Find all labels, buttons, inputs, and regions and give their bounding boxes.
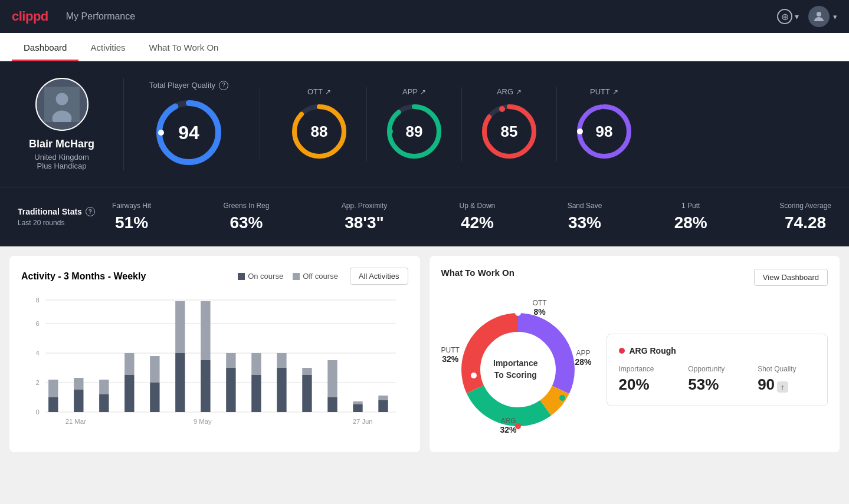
- wtw-title: What To Work On: [441, 268, 514, 278]
- svg-text:6: 6: [35, 320, 39, 327]
- score-app-label: APP ↗: [402, 87, 426, 96]
- info-icon[interactable]: ?: [219, 81, 228, 90]
- svg-text:2: 2: [35, 379, 39, 386]
- wtw-header: What To Work On View Dashboard: [441, 268, 828, 287]
- score-rings: OTT ↗ 88 APP ↗: [260, 87, 831, 161]
- view-dashboard-button[interactable]: View Dashboard: [754, 269, 828, 286]
- score-app-ring: 89: [385, 102, 444, 161]
- trad-stats-label: Traditional Stats ? Last 20 rounds: [18, 207, 112, 227]
- svg-rect-31: [74, 378, 83, 390]
- tab-what-to-work-on[interactable]: What To Work On: [137, 33, 231, 61]
- svg-rect-36: [150, 383, 159, 412]
- wtw-panel: What To Work On View Dashboard: [430, 256, 840, 452]
- svg-rect-41: [201, 301, 210, 360]
- stat-oneputt-label: 1 Putt: [681, 202, 700, 210]
- total-quality: Total Player Quality ? 94: [142, 81, 236, 168]
- legend-on-course-label: On course: [248, 272, 283, 281]
- add-icon: ⊕: [777, 9, 792, 24]
- stat-opportunity-value: 53%: [688, 375, 746, 394]
- avatar-icon: [812, 9, 826, 24]
- stat-updown-value: 42%: [461, 213, 494, 232]
- svg-rect-33: [99, 380, 109, 394]
- trend-icon: ↗: [325, 88, 331, 96]
- add-button[interactable]: ⊕ ▾: [777, 9, 799, 24]
- score-arg-value: 85: [501, 123, 518, 141]
- trend-icon: ↗: [612, 88, 618, 96]
- stat-sandsave-label: Sand Save: [568, 202, 602, 210]
- svg-rect-38: [175, 353, 185, 412]
- stat-greens: Greens In Reg 63%: [223, 202, 269, 232]
- info-icon[interactable]: ?: [86, 207, 95, 216]
- stat-opportunity-label: Opportunity: [688, 365, 746, 373]
- stat-scoring-value: 74.28: [785, 213, 826, 232]
- scores-section: Total Player Quality ? 94 OTT: [124, 81, 831, 168]
- donut-chart: ImportanceTo Scoring OTT 8% APP 28% ARG …: [441, 299, 595, 440]
- bottom-panels: Activity - 3 Months - Weekly On course O…: [0, 246, 849, 462]
- stat-shot-quality-value: 90: [758, 375, 775, 394]
- svg-rect-45: [251, 353, 261, 375]
- legend-off-course-label: Off course: [303, 272, 338, 281]
- info-card-title: ARG Rough: [619, 346, 816, 355]
- svg-point-11: [387, 129, 393, 134]
- total-quality-ring: 94: [153, 97, 224, 168]
- stat-proximity-value: 38'3": [345, 213, 384, 232]
- tab-activities[interactable]: Activities: [78, 33, 137, 61]
- stat-sandsave: Sand Save 33%: [568, 202, 602, 232]
- legend-on-course-color: [238, 273, 245, 280]
- chart-legend: On course Off course: [238, 272, 338, 281]
- svg-rect-28: [48, 397, 58, 412]
- info-card-title-text: ARG Rough: [630, 346, 676, 355]
- stat-sandsave-value: 33%: [568, 213, 601, 232]
- donut-label-arg: ARG 32%: [500, 417, 517, 434]
- stat-proximity-label: App. Proximity: [342, 202, 387, 210]
- svg-text:9 May: 9 May: [194, 418, 212, 425]
- svg-rect-43: [226, 353, 235, 368]
- wtw-content: ImportanceTo Scoring OTT 8% APP 28% ARG …: [441, 299, 828, 440]
- logo: clippd: [12, 9, 48, 24]
- stat-scoring: Scoring Average 74.28: [779, 202, 831, 232]
- svg-rect-48: [302, 375, 312, 412]
- score-putt-label: PUTT ↗: [590, 87, 618, 96]
- svg-text:4: 4: [35, 350, 39, 357]
- all-activities-button[interactable]: All Activities: [350, 268, 408, 285]
- stat-shot-quality: Shot Quality 90 ↑: [758, 365, 815, 394]
- stat-fairways: Fairways Hit 51%: [112, 202, 151, 232]
- score-ott-label: OTT ↗: [307, 87, 331, 96]
- avatar: [808, 6, 830, 27]
- activity-panel: Activity - 3 Months - Weekly On course O…: [9, 256, 420, 452]
- activity-panel-title: Activity - 3 Months - Weekly: [21, 271, 146, 282]
- svg-rect-30: [74, 390, 83, 412]
- svg-point-2: [55, 93, 68, 106]
- svg-rect-55: [378, 396, 388, 400]
- svg-rect-35: [124, 353, 134, 375]
- nav-tabs: Dashboard Activities What To Work On: [0, 33, 849, 61]
- svg-rect-51: [327, 360, 337, 397]
- stat-updown-label: Up & Down: [460, 202, 496, 210]
- svg-point-65: [559, 395, 565, 401]
- legend-off-course: Off course: [293, 272, 338, 281]
- svg-text:8: 8: [35, 297, 39, 304]
- svg-rect-44: [251, 375, 261, 412]
- tab-dashboard[interactable]: Dashboard: [12, 33, 78, 61]
- svg-rect-47: [277, 353, 286, 368]
- traditional-stats: Traditional Stats ? Last 20 rounds Fairw…: [0, 187, 849, 246]
- score-arg: ARG ↗ 85: [462, 87, 557, 161]
- score-putt: PUTT ↗ 98: [557, 87, 651, 161]
- stat-fairways-label: Fairways Hit: [112, 202, 151, 210]
- svg-rect-37: [150, 356, 159, 383]
- svg-rect-52: [353, 404, 362, 412]
- svg-point-14: [499, 106, 505, 112]
- svg-rect-29: [48, 380, 58, 397]
- hero-section: Blair McHarg United Kingdom Plus Handica…: [0, 61, 849, 187]
- stat-importance-value: 20%: [619, 375, 677, 394]
- player-name: Blair McHarg: [29, 138, 94, 150]
- donut-center-text: ImportanceTo Scoring: [493, 358, 537, 381]
- trend-icon: ↗: [420, 88, 426, 96]
- header-title: My Performance: [66, 11, 777, 22]
- player-location: United Kingdom: [34, 153, 89, 162]
- svg-point-67: [471, 373, 477, 378]
- svg-text:27 Jun: 27 Jun: [353, 418, 373, 425]
- trad-stats-period: Last 20 rounds: [18, 219, 112, 227]
- trad-stats-title: Traditional Stats ?: [18, 207, 112, 216]
- user-menu[interactable]: ▾: [808, 6, 837, 27]
